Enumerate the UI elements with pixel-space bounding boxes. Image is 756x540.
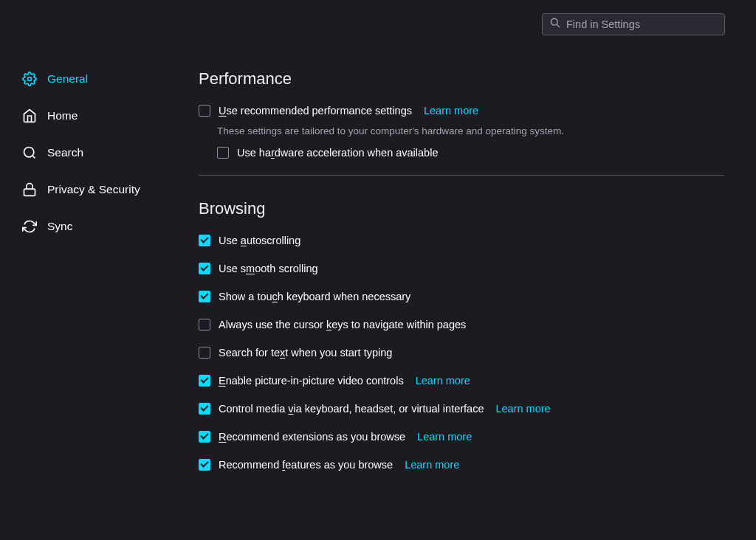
- learn-more-link[interactable]: Learn more: [417, 431, 472, 443]
- sidebar-item-label: Sync: [47, 220, 72, 233]
- cursor-keys-label: Always use the cursor keys to navigate w…: [219, 319, 466, 330]
- learn-more-link[interactable]: Learn more: [416, 375, 470, 387]
- sidebar-item-general[interactable]: General: [21, 60, 184, 97]
- recommend-features-checkbox[interactable]: [199, 459, 210, 471]
- svg-line-1: [557, 24, 560, 27]
- svg-line-4: [32, 156, 35, 159]
- sync-icon: [21, 218, 38, 235]
- lock-icon: [21, 181, 38, 198]
- recommend-features-label: Recommend features as you browse: [219, 459, 393, 471]
- smooth-scroll-row: Use smooth scrolling: [199, 263, 724, 274]
- smooth-scroll-checkbox[interactable]: [199, 263, 210, 274]
- recommend-extensions-checkbox[interactable]: [199, 431, 210, 443]
- sidebar-item-label: General: [47, 72, 88, 86]
- search-text-checkbox[interactable]: [199, 347, 210, 359]
- autoscroll-row: Use autoscrolling: [199, 235, 724, 246]
- search-icon: [550, 18, 560, 31]
- learn-more-link[interactable]: Learn more: [495, 403, 550, 415]
- sidebar-item-search[interactable]: Search: [21, 134, 184, 171]
- browsing-heading: Browsing: [199, 199, 724, 218]
- sidebar-item-label: Home: [47, 109, 78, 122]
- svg-point-2: [28, 77, 32, 81]
- learn-more-link[interactable]: Learn more: [424, 105, 478, 117]
- touch-keyboard-row: Show a touch keyboard when necessary: [199, 291, 724, 302]
- find-in-settings-search[interactable]: [542, 13, 725, 35]
- gear-icon: [21, 71, 38, 87]
- sidebar: General Home Search Privacy & Secur: [21, 60, 184, 245]
- find-in-settings-input[interactable]: [566, 18, 717, 30]
- learn-more-link[interactable]: Learn more: [405, 459, 459, 471]
- home-icon: [21, 108, 38, 124]
- media-control-checkbox[interactable]: [199, 403, 210, 415]
- sidebar-item-home[interactable]: Home: [21, 97, 184, 134]
- hw-accel-label: Use hardware acceleration when available: [237, 147, 438, 159]
- pip-checkbox[interactable]: [199, 375, 210, 387]
- sidebar-item-label: Privacy & Security: [47, 183, 140, 196]
- media-control-label: Control media via keyboard, headset, or …: [219, 403, 484, 415]
- use-recommended-label: Use recommended performance settings: [219, 105, 412, 117]
- svg-point-3: [24, 148, 34, 157]
- cursor-keys-checkbox[interactable]: [199, 319, 210, 330]
- sidebar-item-privacy[interactable]: Privacy & Security: [21, 171, 184, 208]
- recommend-features-row: Recommend features as you browse Learn m…: [199, 459, 724, 471]
- performance-subtext: These settings are tailored to your comp…: [217, 125, 724, 136]
- svg-rect-5: [24, 189, 35, 195]
- pip-label: Enable picture-in-picture video controls: [219, 375, 404, 387]
- autoscroll-label: Use autoscrolling: [219, 235, 300, 246]
- sidebar-item-sync[interactable]: Sync: [21, 208, 184, 245]
- hw-accel-row: Use hardware acceleration when available: [217, 147, 724, 159]
- media-control-row: Control media via keyboard, headset, or …: [199, 403, 724, 415]
- section-divider: [199, 175, 724, 176]
- content-area: Performance Use recommended performance …: [199, 69, 724, 487]
- search-text-row: Search for text when you start typing: [199, 347, 724, 359]
- search-icon: [21, 145, 38, 161]
- svg-point-0: [551, 18, 557, 25]
- hw-accel-checkbox[interactable]: [217, 147, 229, 159]
- recommend-extensions-label: Recommend extensions as you browse: [219, 431, 405, 443]
- touch-keyboard-checkbox[interactable]: [199, 291, 210, 302]
- sidebar-item-label: Search: [47, 146, 83, 159]
- pip-row: Enable picture-in-picture video controls…: [199, 375, 724, 387]
- autoscroll-checkbox[interactable]: [199, 235, 210, 246]
- touch-keyboard-label: Show a touch keyboard when necessary: [219, 291, 410, 302]
- recommend-extensions-row: Recommend extensions as you browse Learn…: [199, 431, 724, 443]
- cursor-keys-row: Always use the cursor keys to navigate w…: [199, 319, 724, 330]
- performance-heading: Performance: [199, 69, 724, 89]
- use-recommended-checkbox[interactable]: [199, 105, 210, 117]
- search-text-label: Search for text when you start typing: [219, 347, 392, 359]
- use-recommended-row: Use recommended performance settings Lea…: [199, 105, 724, 117]
- smooth-scroll-label: Use smooth scrolling: [219, 263, 318, 274]
